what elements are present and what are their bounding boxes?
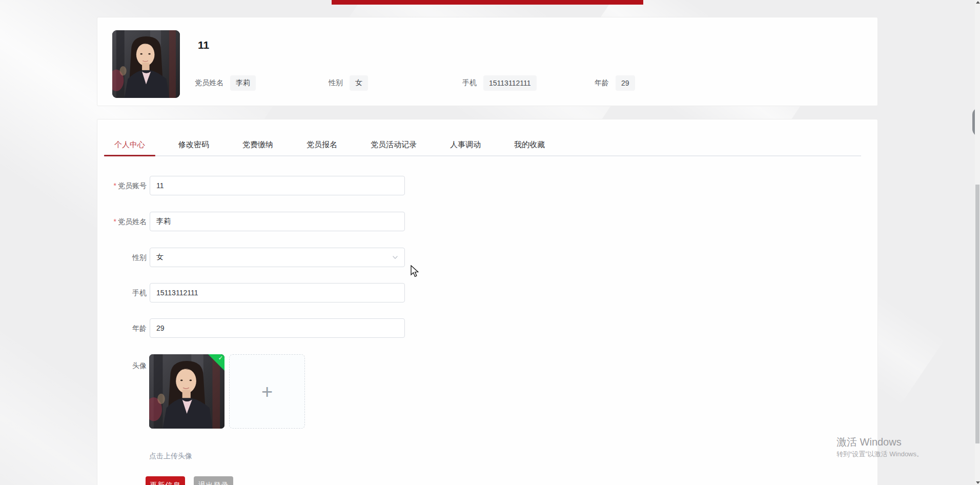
field-label-name: *党员姓名 (65, 217, 147, 227)
tab-activity-record[interactable]: 党员活动记录 (360, 139, 427, 155)
summary-value: 女 (350, 75, 368, 91)
summary-field-phone: 手机 15113112111 (462, 75, 537, 91)
required-asterisk: * (114, 181, 116, 190)
tab-change-password[interactable]: 修改密码 (168, 139, 219, 155)
active-tab-underline (104, 155, 155, 156)
field-label-age: 年龄 (65, 324, 147, 333)
check-icon: ✓ (218, 355, 223, 361)
member-detail-card: 个人中心 修改密码 党费缴纳 党员报名 党员活动记录 人事调动 我的收藏 *党员… (97, 119, 878, 485)
name-input[interactable] (150, 212, 405, 231)
summary-field-age: 年龄 29 (595, 75, 635, 91)
field-label-phone: 手机 (65, 289, 147, 298)
summary-value: 李莉 (230, 75, 256, 91)
uploaded-avatar-thumbnail[interactable]: ✓ (149, 354, 224, 429)
summary-value: 15113112111 (483, 75, 537, 91)
upload-hint-text: 点击上传头像 (149, 452, 192, 461)
phone-input[interactable] (150, 283, 405, 302)
tab-my-favorites[interactable]: 我的收藏 (504, 139, 555, 155)
tab-hr-transfer[interactable]: 人事调动 (440, 139, 491, 155)
logout-button[interactable]: 退出登录 (194, 476, 233, 485)
chevron-down-icon (392, 254, 398, 260)
required-asterisk: * (114, 217, 116, 226)
field-label-avatar: 头像 (65, 361, 147, 371)
tab-party-dues[interactable]: 党费缴纳 (232, 139, 283, 155)
scrollbar-thumb[interactable] (975, 185, 979, 443)
member-account-title: 11 (198, 39, 209, 51)
plus-icon: + (261, 382, 273, 401)
summary-label: 手机 (462, 78, 477, 88)
scrollbar-up-arrow[interactable] (976, 1, 980, 4)
tab-member-signup[interactable]: 党员报名 (296, 139, 348, 155)
update-info-button[interactable]: 更新信息 (146, 476, 185, 485)
profile-photo-image (112, 30, 180, 98)
tab-bar: 个人中心 修改密码 党费缴纳 党员报名 党员活动记录 人事调动 我的收藏 (104, 139, 861, 156)
summary-label: 性别 (329, 78, 343, 88)
gender-select-value: 女 (156, 253, 164, 262)
profile-photo (112, 30, 180, 98)
summary-field-name: 党员姓名 李莉 (195, 75, 256, 91)
profile-summary-card: 11 党员姓名 李莉 性别 女 手机 15113112111 年龄 29 (97, 17, 878, 106)
summary-field-gender: 性别 女 (329, 75, 368, 91)
field-label-gender: 性别 (65, 253, 147, 262)
age-input[interactable] (150, 318, 405, 338)
tab-personal-center[interactable]: 个人中心 (104, 139, 155, 155)
avatar-upload-button[interactable]: + (229, 354, 305, 429)
summary-label: 党员姓名 (195, 78, 223, 88)
field-label-account: *党员账号 (65, 181, 147, 191)
scrollbar-down-arrow[interactable] (976, 481, 980, 484)
account-input[interactable] (150, 176, 405, 195)
gender-select[interactable]: 女 (150, 248, 405, 267)
summary-value: 29 (616, 75, 635, 91)
summary-label: 年龄 (595, 78, 609, 88)
top-red-bar (332, 0, 643, 5)
